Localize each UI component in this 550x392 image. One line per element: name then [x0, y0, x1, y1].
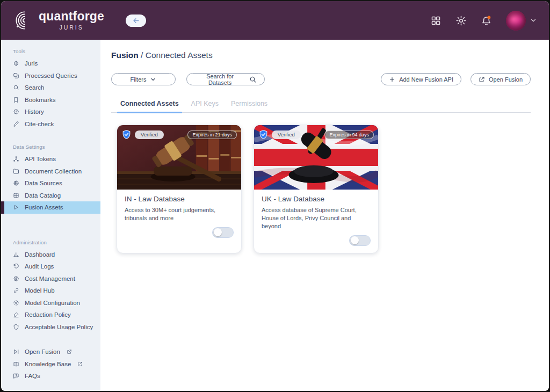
sidebar-item-label: Dashboard — [25, 251, 55, 258]
search-icon — [249, 76, 257, 83]
chevron-down-icon — [530, 17, 537, 24]
breadcrumb-primary: Fusion — [111, 50, 139, 60]
search-datasets-input[interactable]: Search for Datasets — [186, 73, 265, 85]
chevron-down-icon — [150, 76, 156, 83]
data-catalog-icon — [13, 192, 19, 199]
external-link-icon — [479, 76, 485, 83]
sidebar-item-knowledge-base[interactable]: Knowledge Base — [1, 358, 100, 371]
sidebar-item-open-fusion[interactable]: Open Fusion — [1, 346, 100, 358]
sidebar-item-label: Model Configuration — [25, 300, 80, 306]
juris-icon — [13, 60, 19, 67]
sidebar-item-acceptable-usage-policy[interactable]: Acceptable Usage Policy — [1, 321, 100, 333]
tab-api-keys[interactable]: API Keys — [191, 100, 219, 112]
sidebar-item-faqs[interactable]: FAQs — [1, 370, 100, 382]
notifications-bell-icon[interactable] — [481, 15, 492, 26]
sidebar-item-bookmarks[interactable]: Bookmarks — [1, 94, 100, 106]
sidebar-item-dashboard[interactable]: Dashboard — [1, 249, 100, 261]
sidebar-item-history[interactable]: History — [1, 106, 100, 118]
toggle-knob — [214, 228, 222, 236]
asset-description: Access to 30M+ court judgements, tribuna… — [125, 206, 234, 222]
sidebar-item-label: Data Sources — [25, 180, 62, 186]
tab-bar: Connected AssetsAPI KeysPermissions — [111, 100, 531, 113]
expires-badge: Expires in 94 days — [324, 130, 374, 139]
brand-logo: quantforge JURIS — [13, 9, 104, 32]
sidebar-item-label: Processed Queries — [25, 72, 77, 79]
settings-gear-icon[interactable] — [455, 15, 467, 26]
sidebar-item-data-sources[interactable]: Data Sources — [1, 177, 100, 190]
asset-description: Access database of Supreme Court, House … — [262, 206, 371, 230]
sidebar-item-search[interactable]: Search — [1, 82, 100, 94]
redaction-policy-icon — [13, 311, 19, 318]
brand-name: quantforge — [39, 10, 104, 23]
sidebar-item-label: Open Fusion — [25, 349, 60, 355]
filters-button[interactable]: Filters — [111, 73, 176, 85]
sidebar-item-label: History — [25, 108, 44, 115]
sidebar-item-label: Knowledge Base — [25, 361, 71, 367]
dashboard-icon — [13, 251, 19, 258]
toolbar: Filters Search for Datasets Add New Fusi… — [111, 73, 531, 85]
sidebar-item-label: FAQs — [25, 373, 40, 379]
sidebar-item-fusion-assets[interactable]: Fusion Assets — [1, 201, 100, 214]
add-new-fusion-api-button[interactable]: Add New Fusion API — [381, 73, 461, 85]
api-tokens-icon — [13, 156, 19, 162]
asset-enable-toggle[interactable] — [349, 235, 371, 246]
document-collection-icon — [13, 168, 19, 175]
apps-grid-icon[interactable] — [430, 15, 442, 26]
verified-badge: Verified — [135, 130, 164, 139]
cost-management-icon — [13, 275, 19, 282]
verified-shield-icon — [258, 129, 269, 140]
open-fusion-icon — [13, 349, 19, 355]
open-fusion-label: Open Fusion — [489, 76, 523, 83]
tab-connected-assets[interactable]: Connected Assets — [120, 100, 179, 112]
toggle-knob — [351, 236, 359, 244]
asset-title: IN - Law Database — [125, 195, 234, 203]
sidebar-item-cite-check[interactable]: Cite-check — [1, 118, 100, 130]
history-icon — [13, 108, 19, 115]
sidebar-item-label: API Tokens — [25, 156, 56, 162]
verified-shield-icon — [121, 129, 132, 140]
sidebar-section-label: Data Settings — [1, 144, 100, 153]
sidebar-item-api-tokens[interactable]: API Tokens — [1, 153, 100, 165]
sidebar-item-redaction-policy[interactable]: Redaction Policy — [1, 309, 100, 321]
sidebar-item-juris[interactable]: Juris — [1, 57, 100, 70]
model-configuration-icon — [13, 300, 19, 306]
brand-subtitle: JURIS — [59, 24, 83, 31]
sidebar-footer: Open FusionKnowledge BaseFAQs — [1, 346, 100, 382]
plus-icon — [389, 76, 395, 83]
avatar[interactable] — [506, 11, 526, 31]
sidebar-item-cost-management[interactable]: Cost Management — [1, 273, 100, 285]
sidebar-item-processed-queries[interactable]: Processed Queries — [1, 70, 100, 82]
sidebar-item-model-hub[interactable]: Model Hub — [1, 285, 100, 297]
breadcrumb-separator: / — [139, 50, 146, 60]
sidebar-item-data-catalog[interactable]: Data Catalog — [1, 190, 100, 202]
back-button[interactable] — [126, 14, 146, 27]
sidebar-item-label: Redaction Policy — [25, 311, 71, 318]
sidebar-item-label: Acceptable Usage Policy — [25, 324, 93, 330]
sidebar-item-label: Data Catalog — [25, 192, 61, 199]
external-link-icon — [67, 349, 72, 354]
app-window: quantforge JURIS — [0, 0, 550, 392]
asset-enable-toggle[interactable] — [212, 227, 234, 238]
search-icon — [13, 84, 19, 91]
verified-badge: Verified — [272, 130, 301, 139]
sidebar-item-audit-logs[interactable]: Audit Logs — [1, 260, 100, 273]
sidebar-section-label: Tools — [1, 48, 100, 57]
sidebar-item-label: Bookmarks — [25, 97, 56, 103]
open-fusion-button[interactable]: Open Fusion — [471, 73, 531, 85]
tab-permissions[interactable]: Permissions — [231, 100, 267, 112]
sidebar-nav: ToolsJurisProcessed QueriesSearchBookmar… — [1, 40, 100, 391]
add-new-fusion-api-label: Add New Fusion API — [399, 76, 453, 83]
external-link-icon — [77, 361, 83, 367]
sidebar-section-administration: AdministrationDashboardAudit LogsCost Ma… — [1, 239, 100, 333]
asset-title: UK - Law Database — [262, 195, 371, 203]
sidebar-section-label: Administration — [1, 239, 100, 249]
expires-badge: Expires in 21 days — [187, 130, 237, 139]
data-sources-icon — [13, 180, 19, 186]
gavel-books-photo: VerifiedExpires in 21 days — [117, 125, 241, 190]
bookmark-icon — [13, 97, 19, 103]
sidebar-item-label: Cite-check — [25, 121, 54, 127]
user-menu[interactable] — [506, 11, 537, 31]
cards-grid: VerifiedExpires in 21 daysIN - Law Datab… — [111, 125, 531, 253]
sidebar-item-model-configuration[interactable]: Model Configuration — [1, 297, 100, 309]
sidebar-item-document-collection[interactable]: Document Collection — [1, 165, 100, 178]
